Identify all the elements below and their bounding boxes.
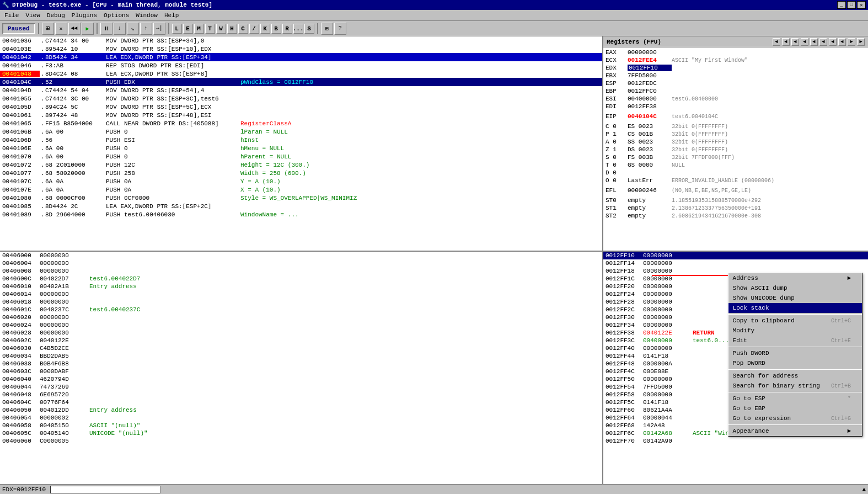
disasm-row[interactable]: 0040106E . 6A 00 PUSH 0 hMenu = NULL	[0, 144, 602, 152]
memory-row[interactable]: 00406034 BBD2DAB5	[0, 352, 602, 360]
memory-row[interactable]: 0040601C 0040237C test6.0040237C	[0, 306, 602, 314]
btn-run-to[interactable]: →|	[153, 23, 165, 35]
ctx-menu-item[interactable]: Show ASCII dump	[728, 283, 862, 293]
register-row[interactable]: C 0 ES 0023 32bit 0(FFFFFFFF)	[606, 123, 866, 130]
reg-nav-right2[interactable]: ►	[857, 38, 865, 46]
reg-nav-left7[interactable]: ◄	[829, 38, 837, 46]
memory-row[interactable]: 00406060 C0000005	[0, 437, 602, 445]
disasm-row[interactable]: 00401042 . 8D5424 34 LEA EDX,DWORD PTR S…	[0, 53, 602, 61]
register-row[interactable]: ESP 0012FEDC	[606, 79, 866, 87]
menu-options[interactable]: Options	[100, 11, 132, 20]
ctx-menu-item[interactable]: Modify	[728, 326, 862, 336]
close-button[interactable]: ✕	[857, 1, 866, 9]
register-row[interactable]: EIP 0040104C test6.0040104C	[606, 113, 866, 120]
btn-back[interactable]: ◄◄	[68, 23, 81, 35]
reg-nav-left6[interactable]: ◄	[819, 38, 827, 46]
memory-row[interactable]: 0040605C 00405140 UNICODE "(null)"	[0, 429, 602, 437]
menu-view[interactable]: View	[22, 11, 43, 20]
btn-W[interactable]: W	[216, 24, 226, 34]
register-row[interactable]: Z 1 DS 0023 32bit 0(FFFFFFFF)	[606, 146, 866, 153]
register-row[interactable]: EDI 0012FF38	[606, 103, 866, 110]
memory-row[interactable]: 0040604C 00776F64	[0, 399, 602, 406]
memory-row[interactable]: 00406024 00000000	[0, 321, 602, 329]
ctx-menu-item[interactable]: Pop DWORD	[728, 358, 862, 368]
btn-L[interactable]: L	[172, 24, 182, 34]
reg-nav-left4[interactable]: ◄	[801, 38, 808, 46]
context-menu[interactable]: Address ► Show ASCII dump Show UNICODE d…	[728, 273, 862, 437]
btn-K[interactable]: K	[260, 24, 270, 34]
stack-row[interactable]: 0012FF10 00000000	[603, 252, 868, 259]
registers-content[interactable]: EAX 00000000 ECX 0012FEE4 ASCII "My Firs…	[603, 47, 868, 251]
menu-debug[interactable]: Debug	[44, 11, 68, 20]
disasm-scroll[interactable]: 00401036 . C74424 34 00 MOV DWORD PTR SS…	[0, 36, 602, 251]
register-row[interactable]: EBP 0012FFC0	[606, 87, 866, 95]
memory-row[interactable]: 00406000 00000000	[0, 252, 602, 259]
disasm-row[interactable]: 00401061 . 897424 48 MOV DWORD PTR SS:[E…	[0, 111, 602, 119]
register-row[interactable]: D 0	[606, 169, 866, 177]
menu-help[interactable]: Help	[161, 11, 182, 20]
ctx-menu-item[interactable]: Appearance ►	[728, 426, 862, 436]
memory-row[interactable]: 00406010 00402A1B Entry address	[0, 283, 602, 290]
maximize-button[interactable]: □	[847, 1, 856, 9]
ctx-menu-item[interactable]: Address ►	[728, 273, 862, 283]
btn-E[interactable]: E	[183, 24, 193, 34]
register-row[interactable]: EAX 00000000	[606, 49, 866, 56]
memory-row[interactable]: 00406040 4620794D	[0, 375, 602, 383]
btn-slash[interactable]: /	[249, 24, 259, 34]
btn-play[interactable]: ▶	[82, 23, 94, 35]
memory-row[interactable]: 00406014 00000000	[0, 290, 602, 298]
disasm-row[interactable]: 0040106B . 6A 00 PUSH 0 lParan = NULL	[0, 128, 602, 136]
disasm-row[interactable]: 0040104D . C74424 54 04 MOV DWORD PTR SS…	[0, 86, 602, 94]
disasm-row[interactable]: 00401089 . 8D 29604000 PUSH test6.004060…	[0, 210, 602, 219]
disasm-pane[interactable]: 00401036 . C74424 34 00 MOV DWORD PTR SS…	[0, 36, 603, 251]
ctx-menu-item[interactable]: Go to EBP	[728, 403, 862, 413]
memory-pane[interactable]: 00406000 00000000 00406004 00000000 0040…	[0, 252, 603, 484]
ctx-menu-item[interactable]: Copy to clipboard Ctrl+C	[728, 316, 862, 326]
reg-nav-left2[interactable]: ◄	[782, 38, 790, 46]
register-row[interactable]: A 0 SS 0023 32bit 0(FFFFFFFF)	[606, 138, 866, 146]
memory-row[interactable]: 00406044 74737269	[0, 383, 602, 391]
disasm-row[interactable]: 00401036 . C74424 34 00 MOV DWORD PTR SS…	[0, 36, 602, 45]
btn-step-over[interactable]: ↘	[127, 23, 139, 35]
register-row[interactable]: P 1 CS 001B 32bit 0(FFFFFFFF)	[606, 130, 866, 138]
btn-step-into[interactable]: ↓	[114, 23, 126, 35]
menu-file[interactable]: File	[1, 11, 22, 20]
btn-C[interactable]: C	[238, 24, 248, 34]
btn-close[interactable]: ✕	[55, 23, 67, 35]
disasm-row[interactable]: 00401070 . 6A 00 PUSH 0 hParent = NULL	[0, 152, 602, 161]
btn-restart[interactable]: ⊞	[42, 23, 54, 35]
register-row[interactable]: ESI 00400000 test6.00400000	[606, 95, 866, 103]
disasm-row[interactable]: 0040105D . 894C24 5C MOV DWORD PTR SS:[E…	[0, 103, 602, 111]
ctx-menu-item[interactable]: Push DWORD	[728, 348, 862, 358]
ctx-menu-item[interactable]: Go to ESP *	[728, 394, 862, 403]
memory-row[interactable]: 00406020 00000000	[0, 314, 602, 321]
btn-T[interactable]: T	[205, 24, 215, 34]
ctx-menu-item[interactable]: Search for binary string Ctrl+B	[728, 381, 862, 391]
register-row[interactable]: T 0 GS 0000 NULL	[606, 161, 866, 169]
disasm-row[interactable]: 0040106D . 56 PUSH ESI hInst	[0, 136, 602, 144]
btn-M[interactable]: M	[194, 24, 204, 34]
register-row[interactable]: ST2 empty 2.60862194341621670000e-308	[606, 212, 866, 220]
memory-row[interactable]: 00406058 00405150 ASCII "(null)"	[0, 422, 602, 429]
memory-row[interactable]: 0040600C 004022D7 test6.004022D7	[0, 275, 602, 283]
memory-row[interactable]: 00406018 00000000	[0, 298, 602, 306]
status-input-field[interactable]	[50, 486, 160, 493]
register-row[interactable]: ECX 0012FEE4 ASCII "My First Window"	[606, 56, 866, 64]
ctx-menu-item[interactable]: Show UNICODE dump	[728, 293, 862, 303]
menu-window[interactable]: Window	[132, 11, 161, 20]
stack-row[interactable]: 0012FF14 00000000	[603, 259, 868, 267]
btn-R[interactable]: R	[282, 24, 292, 34]
ctx-menu-item[interactable]: Lock stack	[728, 303, 862, 313]
disasm-row[interactable]: 0040103E . 895424 10 MOV DWORD PTR SS:[E…	[0, 45, 602, 53]
register-row[interactable]: EBX 7FFD5000	[606, 72, 866, 79]
menu-plugins[interactable]: Plugins	[68, 11, 100, 20]
stack-row[interactable]: 0012FF70 00142A90	[603, 437, 868, 445]
ctx-menu-item[interactable]: Search for address	[728, 371, 862, 381]
register-row[interactable]: S 0 FS 003B 32bit 7FFDF000(FFF)	[606, 153, 866, 161]
memory-row[interactable]: 00406028 00000000	[0, 329, 602, 337]
btn-step-out[interactable]: ↑	[140, 23, 152, 35]
reg-nav-left1[interactable]: ◄	[773, 38, 780, 46]
btn-grid[interactable]: ⊞	[321, 23, 333, 35]
memory-row[interactable]: 00406048 6E695720	[0, 391, 602, 399]
btn-pause[interactable]: ⏸	[100, 23, 112, 35]
